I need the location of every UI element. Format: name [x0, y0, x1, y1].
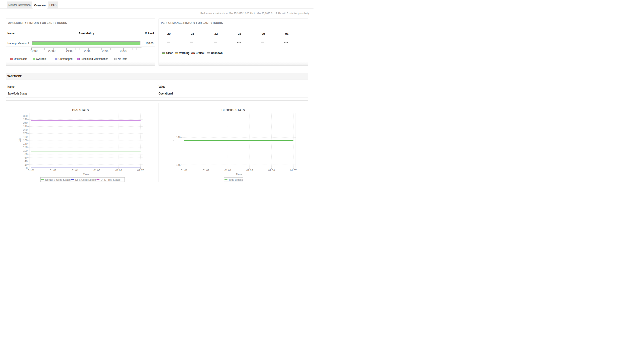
svg-text:Time: Time	[83, 173, 89, 176]
svg-text:01:05: 01:05	[94, 169, 100, 172]
svg-text:200: 200	[23, 132, 28, 135]
svg-text:20:00: 20:00	[48, 49, 55, 52]
svg-text:01:06: 01:06	[115, 169, 122, 172]
svg-text:01:07: 01:07	[290, 169, 297, 172]
svg-text:Total Blocks: Total Blocks	[229, 178, 243, 181]
svg-text:40: 40	[25, 160, 28, 163]
svg-text:240: 240	[23, 125, 28, 128]
svg-text:01:03: 01:03	[50, 169, 56, 172]
svg-text:120: 120	[23, 146, 28, 149]
svg-text:140: 140	[23, 142, 28, 145]
svg-text:01:03: 01:03	[203, 169, 209, 172]
svg-text:21:00: 21:00	[66, 49, 73, 52]
svg-text:145: 145	[176, 163, 181, 166]
svg-text:146: 146	[176, 136, 181, 139]
svg-text:01:02: 01:02	[28, 169, 35, 172]
svg-text:220: 220	[23, 128, 28, 131]
svg-text:19:00: 19:00	[30, 49, 38, 52]
svg-text:23:00: 23:00	[102, 49, 109, 52]
svg-text:0: 0	[26, 167, 28, 170]
svg-text:01:06: 01:06	[268, 169, 275, 172]
svg-text:60: 60	[25, 156, 28, 159]
svg-text:DFS Used Space: DFS Used Space	[75, 178, 96, 181]
svg-text:100: 100	[23, 149, 28, 152]
svg-text:260: 260	[23, 121, 28, 124]
svg-text:Time: Time	[236, 173, 242, 176]
svg-text:160: 160	[23, 139, 28, 142]
svg-text:180: 180	[23, 136, 28, 139]
svg-text:GB: GB	[18, 138, 21, 142]
svg-text:NonDFS Used Space: NonDFS Used Space	[45, 178, 71, 181]
svg-text:22:00: 22:00	[84, 49, 91, 52]
svg-text:300: 300	[23, 115, 28, 118]
svg-text:01:05: 01:05	[246, 169, 253, 172]
svg-text:280: 280	[23, 118, 28, 121]
svg-text:00:00: 00:00	[120, 49, 127, 52]
svg-text:01:07: 01:07	[137, 169, 144, 172]
svg-text:01:04: 01:04	[72, 169, 78, 172]
svg-text:80: 80	[25, 153, 28, 156]
svg-text:DFS Free Space: DFS Free Space	[101, 178, 121, 181]
svg-text:20: 20	[25, 163, 28, 166]
svg-text:01:02: 01:02	[181, 169, 187, 172]
svg-text:01:04: 01:04	[224, 169, 231, 172]
